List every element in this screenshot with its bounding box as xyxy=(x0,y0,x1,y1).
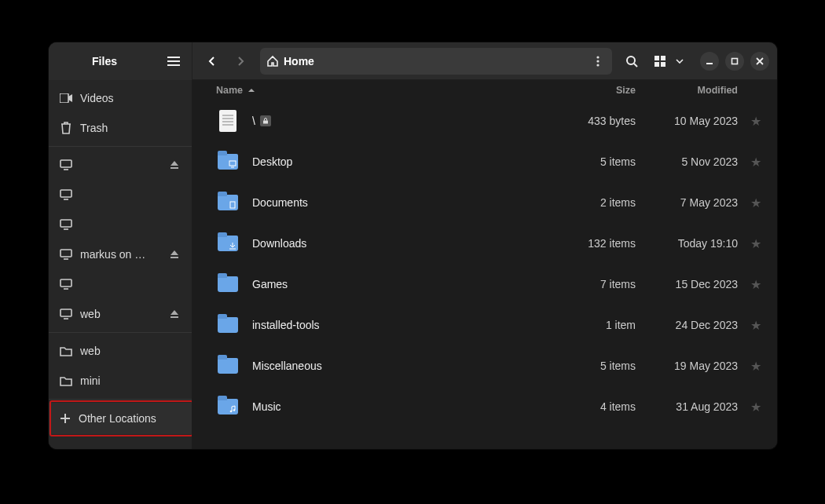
folder-icon xyxy=(218,358,238,374)
file-row[interactable]: installed-tools1 item24 Dec 2023★ xyxy=(192,305,777,345)
maximize-button[interactable] xyxy=(725,52,744,71)
sidebar-item[interactable]: web xyxy=(49,299,192,329)
file-icon xyxy=(219,110,236,132)
folder-icon xyxy=(218,317,238,333)
content-area: Name Size Modified \ 433 bytes10 May 202… xyxy=(192,80,777,449)
star-button[interactable]: ★ xyxy=(738,318,761,333)
svg-point-22 xyxy=(230,411,233,413)
file-modified: 7 May 2023 xyxy=(644,196,738,209)
svg-rect-15 xyxy=(170,257,178,258)
close-icon xyxy=(756,57,764,65)
close-button[interactable] xyxy=(750,52,769,71)
sidebar-separator xyxy=(49,399,192,400)
path-bar[interactable]: Home xyxy=(260,48,612,75)
search-button[interactable] xyxy=(620,49,644,73)
svg-rect-17 xyxy=(60,309,72,316)
column-size[interactable]: Size xyxy=(565,85,636,96)
svg-rect-8 xyxy=(732,58,738,64)
sidebar-item[interactable]: markus on … xyxy=(49,239,192,269)
sidebar-item[interactable]: web xyxy=(49,336,192,366)
view-switcher xyxy=(648,49,688,73)
forward-button[interactable] xyxy=(229,49,252,73)
star-button[interactable]: ★ xyxy=(738,400,761,415)
file-row[interactable]: Miscellaneous5 items19 May 2023★ xyxy=(192,345,777,386)
minimize-button[interactable] xyxy=(700,52,719,71)
file-size: 132 items xyxy=(565,237,636,250)
file-row[interactable]: \ 433 bytes10 May 2023★ xyxy=(192,100,777,141)
file-modified: 5 Nov 2023 xyxy=(644,155,738,168)
folder-icon xyxy=(218,154,238,170)
titlebar: Files Home xyxy=(49,42,777,80)
chevron-down-icon xyxy=(676,59,684,64)
sidebar-item[interactable]: Trash xyxy=(49,113,192,143)
svg-rect-16 xyxy=(60,279,72,287)
star-button[interactable]: ★ xyxy=(738,114,761,129)
sidebar-item[interactable] xyxy=(49,269,192,299)
svg-rect-19 xyxy=(263,121,268,124)
svg-point-23 xyxy=(233,409,236,411)
sidebar-item[interactable]: Videos xyxy=(49,83,192,113)
file-row[interactable]: Documents2 items7 May 2023★ xyxy=(192,182,777,223)
sidebar-separator xyxy=(49,146,192,147)
eject-button[interactable] xyxy=(168,250,181,259)
sidebar-item-label: web xyxy=(80,345,181,357)
svg-point-3 xyxy=(627,57,635,64)
svg-rect-11 xyxy=(170,167,178,169)
folder-icon xyxy=(218,399,238,415)
eject-button[interactable] xyxy=(168,160,181,170)
chevron-left-icon xyxy=(207,57,217,66)
file-list: \ 433 bytes10 May 2023★Desktop5 items5 N… xyxy=(192,100,777,449)
sidebar-item[interactable] xyxy=(49,210,192,239)
videos-icon xyxy=(60,93,72,103)
sidebar-item-label: Trash xyxy=(80,122,181,134)
lock-icon xyxy=(260,115,271,126)
star-button[interactable]: ★ xyxy=(738,277,761,292)
sidebar-item-label: mini xyxy=(80,374,181,387)
file-row[interactable]: Games7 items15 Dec 2023★ xyxy=(192,264,777,305)
file-name: installed-tools xyxy=(252,319,565,331)
file-modified: 15 Dec 2023 xyxy=(644,278,738,290)
sidebar-menu-button[interactable] xyxy=(160,48,187,75)
svg-rect-18 xyxy=(170,316,178,318)
sidebar-item[interactable] xyxy=(49,150,192,180)
view-options-button[interactable] xyxy=(672,49,688,73)
svg-rect-9 xyxy=(60,93,68,103)
kebab-icon xyxy=(596,56,600,67)
column-name[interactable]: Name xyxy=(216,85,565,96)
svg-rect-7 xyxy=(661,62,666,67)
folder-icon xyxy=(218,195,238,210)
other-locations-button[interactable]: Other Locations xyxy=(49,403,192,434)
minimize-icon xyxy=(706,57,713,65)
grid-icon xyxy=(654,56,666,67)
star-button[interactable]: ★ xyxy=(738,359,761,374)
sidebar-item[interactable]: mini xyxy=(49,366,192,396)
svg-rect-10 xyxy=(60,160,72,167)
window-controls xyxy=(700,52,769,71)
svg-rect-21 xyxy=(230,202,235,208)
window-body: VideosTrash markus on …web webmini Other… xyxy=(49,80,777,449)
file-row[interactable]: Downloads132 itemsToday 19:10★ xyxy=(192,223,777,264)
star-button[interactable]: ★ xyxy=(738,236,761,251)
computer-icon xyxy=(60,249,72,260)
star-button[interactable]: ★ xyxy=(738,195,761,210)
svg-point-2 xyxy=(596,64,599,66)
file-row[interactable]: Desktop5 items5 Nov 2023★ xyxy=(192,141,777,182)
plus-icon xyxy=(60,413,71,424)
eject-button[interactable] xyxy=(168,309,181,319)
column-modified[interactable]: Modified xyxy=(644,85,738,96)
file-row[interactable]: Music4 items31 Aug 2023★ xyxy=(192,386,777,427)
path-menu-button[interactable] xyxy=(590,56,606,67)
computer-icon xyxy=(60,279,72,290)
back-button[interactable] xyxy=(200,49,224,73)
grid-view-button[interactable] xyxy=(648,49,672,73)
file-name: Desktop xyxy=(252,155,565,168)
file-name: Downloads xyxy=(252,237,565,250)
path-location: Home xyxy=(284,55,314,68)
file-size: 4 items xyxy=(565,400,636,413)
maximize-icon xyxy=(731,57,739,65)
sidebar-item[interactable] xyxy=(49,180,192,210)
file-size: 5 items xyxy=(565,360,636,372)
svg-rect-6 xyxy=(654,62,659,67)
file-modified: 10 May 2023 xyxy=(644,115,738,127)
star-button[interactable]: ★ xyxy=(738,155,761,170)
